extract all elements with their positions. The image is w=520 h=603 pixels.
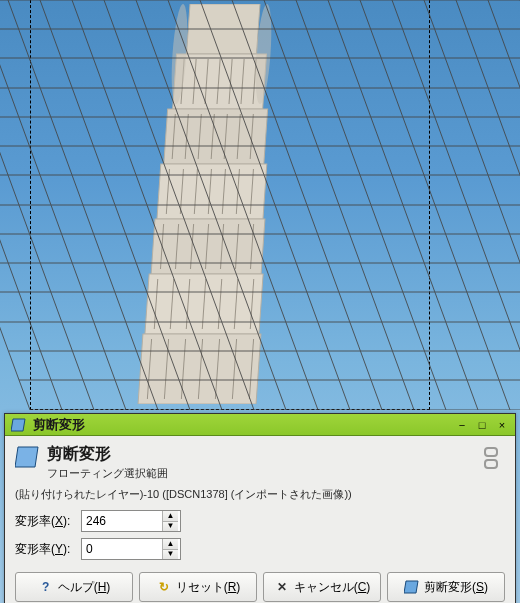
cancel-button[interactable]: ✕ キャンセル(C) — [263, 572, 381, 602]
shear-x-label: 変形率(X): — [15, 513, 75, 530]
context-label: (貼り付けられたレイヤー)-10 ([DSCN1378] (インポートされた画像… — [15, 487, 505, 502]
svg-rect-0 — [187, 4, 260, 54]
shear-y-down[interactable]: ▼ — [163, 550, 178, 560]
shear-x-spinbox[interactable]: ▲ ▼ — [81, 510, 181, 532]
reset-icon: ↻ — [156, 579, 172, 595]
svg-line-51 — [0, 0, 30, 410]
titlebar[interactable]: 剪断変形 − □ × — [5, 414, 515, 436]
shear-y-spinbox[interactable]: ▲ ▼ — [81, 538, 181, 560]
shear-x-input[interactable] — [82, 511, 162, 531]
close-button[interactable]: × — [495, 418, 509, 432]
shear-icon — [15, 444, 41, 470]
svg-rect-6 — [138, 334, 261, 404]
window-title: 剪断変形 — [33, 416, 455, 434]
shear-apply-button[interactable]: 剪断変形(S) — [387, 572, 505, 602]
shear-button-icon — [404, 579, 420, 595]
svg-marker-88 — [15, 447, 38, 467]
help-button[interactable]: ? ヘルプ(H) — [15, 572, 133, 602]
dialog-subtitle: フローティング選択範囲 — [47, 466, 471, 481]
reset-button[interactable]: ↻ リセット(R) — [139, 572, 257, 602]
svg-line-70 — [488, 0, 520, 410]
shear-y-input[interactable] — [82, 539, 162, 559]
svg-line-68 — [424, 0, 520, 410]
svg-marker-87 — [11, 419, 25, 431]
svg-line-69 — [456, 0, 520, 410]
minimize-button[interactable]: − — [455, 418, 469, 432]
shear-x-down[interactable]: ▼ — [163, 522, 178, 532]
shear-dialog: 剪断変形 − □ × 剪断変形 フローティング選択範囲 (貼り付けられたレイヤー… — [4, 413, 516, 603]
cancel-icon: ✕ — [274, 579, 290, 595]
tower-image — [130, 4, 320, 404]
dialog-title: 剪断変形 — [47, 444, 471, 465]
shear-titlebar-icon — [11, 417, 27, 433]
svg-rect-89 — [485, 448, 497, 456]
chain-link-icon[interactable] — [477, 444, 505, 472]
svg-marker-91 — [404, 581, 418, 593]
svg-rect-90 — [485, 460, 497, 468]
shear-y-label: 変形率(Y): — [15, 541, 75, 558]
help-icon: ? — [38, 579, 54, 595]
shear-y-up[interactable]: ▲ — [163, 539, 178, 550]
maximize-button[interactable]: □ — [475, 418, 489, 432]
shear-x-up[interactable]: ▲ — [163, 511, 178, 522]
